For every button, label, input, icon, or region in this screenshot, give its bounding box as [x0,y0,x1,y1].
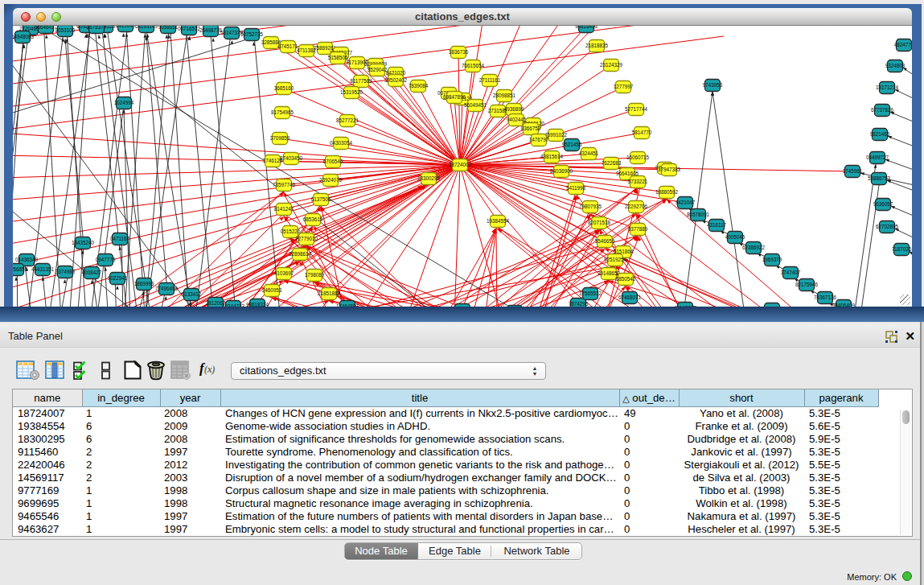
svg-text:50752735: 50752735 [240,31,264,37]
svg-text:01436349: 01436349 [15,257,39,262]
svg-text:45168087: 45168087 [674,305,697,307]
svg-text:28498776: 28498776 [199,27,223,33]
svg-text:23124329: 23124329 [600,62,623,68]
svg-text:79807935: 79807935 [579,204,602,209]
svg-text:9324808: 9324808 [885,63,906,68]
svg-text:1476797: 1476797 [529,137,549,142]
svg-text:22292706: 22292706 [625,204,648,209]
svg-text:73597746: 73597746 [273,182,296,187]
svg-text:81754965: 81754965 [271,109,294,115]
svg-text:4936899: 4936899 [504,106,524,112]
svg-text:55646417: 55646417 [35,26,58,30]
svg-text:18880592: 18880592 [655,189,679,195]
svg-text:2460953: 2460953 [262,287,282,293]
svg-text:04303054: 04303054 [330,140,353,146]
svg-text:3747407: 3747407 [781,270,801,275]
svg-text:87403450: 87403450 [280,155,303,161]
svg-text:7187026: 7187026 [892,246,912,252]
svg-text:03859770: 03859770 [761,306,784,307]
svg-text:0947775: 0947775 [96,257,116,262]
svg-text:40344713: 40344713 [222,303,245,307]
svg-text:06716572: 06716572 [178,26,201,31]
svg-text:6850542: 6850542 [616,276,636,282]
svg-text:7874296: 7874296 [569,301,589,307]
svg-text:67468071: 67468071 [618,295,642,300]
svg-text:5546659: 5546659 [595,238,615,244]
svg-text:4316117: 4316117 [707,222,727,228]
svg-text:3678377: 3678377 [87,26,107,30]
svg-text:84036900: 84036900 [550,168,573,174]
svg-text:5814770: 5814770 [632,130,652,135]
svg-text:9821465: 9821465 [870,131,890,137]
svg-text:74367136: 74367136 [814,295,837,300]
svg-text:4824771: 4824771 [894,42,912,47]
svg-text:17565512: 17565512 [579,290,602,296]
svg-text:9133412: 9133412 [182,291,202,297]
svg-text:9521456: 9521456 [562,142,582,147]
svg-text:77496499: 77496499 [155,286,179,291]
svg-text:63193149: 63193149 [135,26,158,29]
svg-text:27111161: 27111161 [479,77,501,83]
svg-text:21818835: 21818835 [585,43,609,48]
svg-text:23924075: 23924075 [319,177,343,183]
svg-text:32898614: 32898614 [289,251,312,257]
svg-text:1836736: 1836736 [449,49,469,55]
svg-text:18724007: 18724007 [449,162,472,167]
svg-text:8053100: 8053100 [55,27,76,33]
svg-text:67737826: 67737826 [871,107,894,113]
svg-text:18300295: 18300295 [417,175,441,181]
svg-text:0377889: 0377889 [628,226,648,232]
svg-text:0515220: 0515220 [281,229,301,234]
svg-text:82175946: 82175946 [795,282,819,287]
svg-text:55886753: 55886753 [868,175,891,181]
svg-text:3529042: 3529042 [368,67,388,72]
svg-text:37947383: 37947383 [658,167,681,172]
svg-text:5411998: 5411998 [566,185,586,191]
svg-text:1277997: 1277997 [614,84,634,89]
svg-text:62386922: 62386922 [742,245,766,250]
svg-text:6853615: 6853615 [303,216,323,222]
svg-text:13435240: 13435240 [72,240,95,245]
svg-text:93618324: 93618324 [246,302,269,307]
svg-text:3709859: 3709859 [270,135,290,141]
svg-text:2419049: 2419049 [116,26,136,28]
svg-text:4745171: 4745171 [278,43,298,49]
svg-text:4008427: 4008427 [82,270,102,275]
svg-text:76615654: 76615654 [462,63,485,68]
svg-text:5733221: 5733221 [628,179,648,184]
svg-text:94406409: 94406409 [832,303,856,307]
svg-text:4005045: 4005045 [725,234,745,240]
svg-text:86578091: 86578091 [687,212,710,217]
svg-text:28098851: 28098851 [493,93,516,98]
svg-text:0471167: 0471167 [110,236,130,241]
svg-text:54948083: 54948083 [13,34,34,39]
svg-text:7622683: 7622683 [602,160,622,166]
svg-text:1969379: 1969379 [762,257,782,262]
svg-text:1745961: 1745961 [843,168,863,174]
svg-text:3685160: 3685160 [274,85,294,91]
svg-text:13171274: 13171274 [876,84,899,90]
svg-text:7839084: 7839084 [409,83,429,89]
svg-text:16060715: 16060715 [626,154,650,160]
svg-text:04499727: 04499727 [866,154,889,160]
svg-text:92519254: 92519254 [604,257,627,262]
svg-text:72779010: 72779010 [295,236,318,241]
svg-text:1798089: 1798089 [305,272,325,278]
svg-text:9421047: 9421047 [676,200,696,205]
svg-text:44431351: 44431351 [31,266,55,272]
svg-text:9022941: 9022941 [108,275,128,281]
svg-text:62702895: 62702895 [876,224,899,229]
svg-text:9058651: 9058651 [158,26,179,30]
svg-text:78856855: 78856855 [13,266,27,272]
svg-text:8141247: 8141247 [274,206,294,212]
svg-text:1024994: 1024994 [114,100,134,105]
svg-text:69847896: 69847896 [443,94,466,100]
svg-text:17464887: 17464887 [336,303,359,307]
svg-text:6706540: 6706540 [323,159,343,164]
svg-text:29148652: 29148652 [598,270,621,276]
svg-text:52717744: 52717744 [625,106,648,112]
svg-text:3374989: 3374989 [55,269,76,274]
svg-text:39502402: 39502402 [384,77,408,83]
svg-text:15319520: 15319520 [340,89,363,95]
svg-text:1869993: 1869993 [134,281,154,286]
